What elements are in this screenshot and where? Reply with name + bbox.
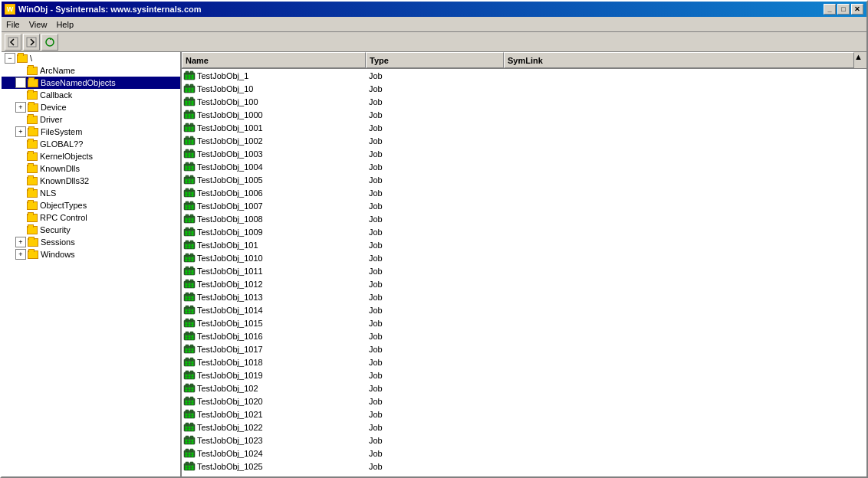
svg-point-10 (189, 77, 191, 79)
list-item[interactable]: TestJobObj_1010 Job (182, 251, 866, 264)
svg-point-18 (186, 90, 188, 92)
row-type-19: Job (366, 319, 504, 328)
list-item[interactable]: TestJobObj_1007 Job (182, 199, 866, 212)
col-header-name[interactable]: Name (182, 52, 366, 68)
tree-item-security[interactable]: Security (2, 224, 180, 236)
minimize-button[interactable]: _ (824, 4, 836, 15)
list-item[interactable]: TestJobObj_1011 Job (182, 264, 866, 277)
tree-item-kernelobjects[interactable]: KernelObjects (2, 150, 180, 162)
svg-point-81 (186, 181, 188, 183)
list-item[interactable]: TestJobObj_1020 Job (182, 395, 866, 408)
maximize-button[interactable]: □ (837, 4, 850, 15)
svg-point-11 (192, 77, 194, 79)
title-bar: W WinObj - Sysinternals: www.sysinternal… (2, 2, 866, 17)
svg-rect-22 (186, 97, 189, 100)
tree-item-global[interactable]: GLOBAL?? (2, 138, 180, 150)
list-item[interactable]: TestJobObj_100 Job (182, 95, 866, 108)
list-item[interactable]: TestJobObj_1015 Job (182, 316, 866, 329)
basenames-label: BaseNamedObjects (41, 78, 116, 87)
col-header-symlink[interactable]: SymLink (504, 52, 854, 68)
tree-item-driver[interactable]: Driver (2, 113, 180, 126)
svg-rect-40 (186, 123, 189, 126)
menu-help[interactable]: Help (51, 18, 78, 31)
row-type-18: Job (366, 306, 504, 315)
menu-file[interactable]: File (2, 18, 25, 31)
svg-point-105 (186, 218, 188, 220)
list-item[interactable]: TestJobObj_1003 Job (182, 147, 866, 160)
list-item[interactable]: TestJobObj_102 Job (182, 381, 866, 395)
row-type-28: Job (366, 436, 504, 445)
list-item[interactable]: TestJobObj_10 Job (182, 82, 866, 95)
svg-point-190 (189, 337, 191, 339)
sessions-expander[interactable]: + (15, 237, 26, 247)
list-item[interactable]: TestJobObj_1024 Job (182, 447, 866, 460)
list-item[interactable]: TestJobObj_1000 Job (182, 108, 866, 121)
svg-point-226 (189, 389, 191, 391)
list-item[interactable]: TestJobObj_1 Job (182, 69, 866, 82)
device-expander[interactable]: + (15, 102, 26, 113)
svg-rect-202 (186, 358, 189, 360)
tree-item-sessions[interactable]: + Sessions (2, 236, 180, 248)
svg-point-227 (192, 389, 194, 391)
list-item[interactable]: TestJobObj_1013 Job (182, 290, 866, 303)
menu-view[interactable]: View (25, 18, 52, 31)
tree-item-arcname[interactable]: ArcName (2, 64, 180, 77)
list-item[interactable]: TestJobObj_1006 Job (182, 186, 866, 199)
svg-point-64 (189, 155, 191, 157)
tree-item-basenames[interactable]: − BaseNamedObjects (2, 77, 180, 89)
svg-point-119 (192, 233, 194, 235)
svg-point-214 (189, 374, 191, 376)
job-icon-0 (183, 70, 196, 82)
tree-item-nls[interactable]: NLS (2, 187, 180, 199)
svg-point-37 (189, 116, 191, 118)
list-item[interactable]: TestJobObj_1009 Job (182, 225, 866, 238)
basenames-expander[interactable]: − (15, 77, 26, 88)
list-item[interactable]: TestJobObj_1017 Job (182, 342, 866, 355)
list-item[interactable]: TestJobObj_1005 Job (182, 173, 866, 186)
svg-point-56 (192, 142, 194, 144)
back-button[interactable] (5, 34, 21, 51)
main-window: W WinObj - Sysinternals: www.sysinternal… (0, 0, 868, 478)
svg-rect-130 (186, 254, 189, 256)
list-item[interactable]: TestJobObj_1019 Job (182, 368, 866, 381)
tree-item-knowndlls[interactable]: KnownDlls (2, 162, 180, 175)
list-item[interactable]: TestJobObj_1023 Job (182, 434, 866, 447)
tree-panel[interactable]: − \ ArcName − (2, 52, 182, 476)
svg-point-189 (186, 337, 188, 339)
job-icon-17 (183, 291, 196, 303)
col-header-type[interactable]: Type (366, 52, 504, 68)
svg-point-42 (186, 126, 188, 129)
tree-item-rpccontrol[interactable]: RPC Control (2, 211, 180, 224)
tree-item-knowndlls32[interactable]: KnownDlls32 (2, 175, 180, 187)
list-item[interactable]: TestJobObj_1008 Job (182, 212, 866, 225)
svg-rect-157 (186, 293, 189, 295)
list-content[interactable]: TestJobObj_1 Job TestJobObj_10 Job (182, 69, 866, 476)
list-item[interactable]: TestJobObj_1016 Job (182, 329, 866, 342)
tree-root[interactable]: − \ (2, 52, 180, 64)
tree-item-device[interactable]: + Device (2, 101, 180, 113)
forward-button[interactable] (23, 34, 40, 51)
tree-item-windows[interactable]: + Windows (2, 248, 180, 260)
root-expander[interactable]: − (5, 53, 15, 64)
list-item[interactable]: TestJobObj_1002 Job (182, 134, 866, 147)
tree-item-callback[interactable]: Callback (2, 89, 180, 101)
list-item[interactable]: TestJobObj_1014 Job (182, 303, 866, 316)
list-item[interactable]: TestJobObj_1025 Job (182, 460, 866, 473)
list-item[interactable]: TestJobObj_1018 Job (182, 355, 866, 368)
svg-point-271 (189, 454, 191, 457)
row-name-8: TestJobObj_1005 (182, 174, 366, 186)
list-item[interactable]: TestJobObj_1001 Job (182, 121, 866, 134)
windows-expander[interactable]: + (15, 249, 26, 260)
list-item[interactable]: TestJobObj_101 Job (182, 238, 866, 251)
tree-item-filesystem[interactable]: + FileSystem (2, 126, 180, 138)
filesystem-expander[interactable]: + (15, 126, 26, 137)
svg-rect-211 (186, 371, 189, 373)
refresh-button[interactable] (41, 34, 58, 51)
list-item[interactable]: TestJobObj_1004 Job (182, 160, 866, 173)
list-item[interactable]: TestJobObj_1012 Job (182, 277, 866, 290)
close-button[interactable]: ✕ (851, 4, 863, 15)
tree-item-objecttypes[interactable]: ObjectTypes (2, 199, 180, 211)
svg-point-199 (189, 350, 191, 352)
list-item[interactable]: TestJobObj_1022 Job (182, 421, 866, 434)
list-item[interactable]: TestJobObj_1021 Job (182, 408, 866, 421)
